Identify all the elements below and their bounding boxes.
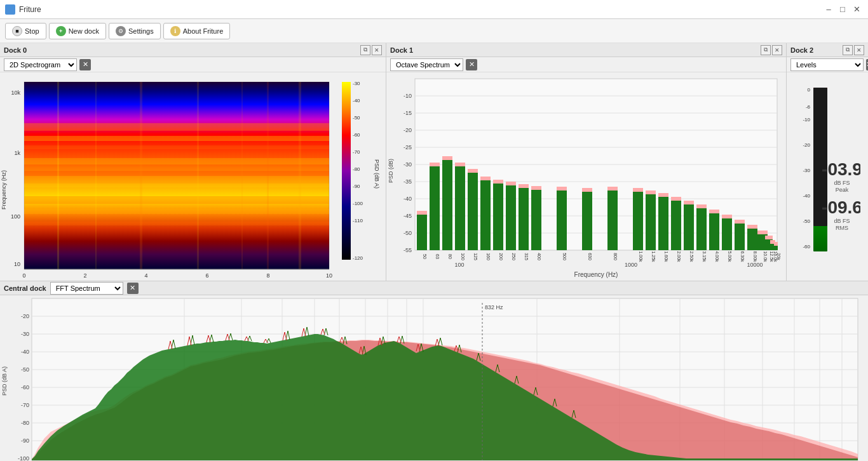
svg-rect-83 [493,184,503,250]
svg-text:125: 125 [473,253,478,260]
app-icon [5,4,15,15]
new-dock-button[interactable]: + New dock [49,23,106,39]
dock1-settings-icon[interactable]: ✕ [466,59,477,70]
svg-text:63: 63 [435,254,440,259]
svg-text:-40: -40 [403,196,412,202]
svg-text:-40: -40 [353,98,360,104]
svg-text:Frequency (Hz): Frequency (Hz) [574,271,618,278]
svg-text:-50: -50 [403,230,412,236]
svg-text:-60: -60 [353,132,360,138]
frequency-marker-label: 832 Hz [485,304,503,311]
dock0-settings-icon[interactable]: ✕ [79,59,91,70]
svg-text:10.0k: 10.0k [763,251,768,262]
svg-rect-126 [722,215,732,218]
maximize-button[interactable]: □ [836,3,849,16]
dock1-restore-button[interactable]: ⧉ [761,45,771,55]
settings-button[interactable]: ⚙ Settings [109,23,161,39]
svg-rect-22 [299,82,301,269]
svg-text:-30: -30 [403,161,412,168]
svg-rect-13 [24,196,329,204]
svg-rect-87 [506,182,516,185]
svg-rect-111 [658,193,668,197]
svg-text:0: 0 [22,272,25,279]
svg-rect-16 [57,82,59,269]
svg-text:8.00k: 8.00k [753,251,757,262]
svg-text:Frequency (Hz): Frequency (Hz) [1,170,7,210]
svg-text:-80: -80 [21,420,29,426]
svg-rect-10 [24,158,329,164]
svg-text:100: 100 [461,253,465,260]
svg-text:6.30k: 6.30k [740,251,745,262]
svg-text:PSD (dB A): PSD (dB A) [1,366,8,396]
svg-text:-100: -100 [18,455,29,461]
svg-rect-68 [430,166,440,250]
svg-rect-129 [735,220,745,224]
new-dock-label: New dock [69,27,99,35]
top-row: Dock 0 ⧉ ✕ 2D Spectrogram FFT Spectrum O… [0,43,868,281]
svg-rect-102 [607,187,618,190]
svg-text:10k: 10k [11,90,20,96]
new-dock-icon: + [56,26,66,36]
svg-text:PSD (dB): PSD (dB) [388,159,394,183]
dock1-close-button[interactable]: ✕ [772,45,782,55]
svg-text:-10: -10 [403,93,412,99]
svg-rect-117 [684,201,694,204]
dock2-close-button[interactable]: ✕ [854,45,864,55]
about-button[interactable]: ℹ About Friture [163,23,231,39]
close-button[interactable]: ✕ [850,3,863,16]
dock0-selector[interactable]: 2D Spectrogram FFT Spectrum Octave Spect… [4,58,77,71]
svg-rect-90 [519,184,529,188]
levels-svg: 0 -6 -10 -20 -30 -40 -50 -60 -03.9 [794,80,860,271]
svg-rect-31 [342,82,351,260]
dock0: Dock 0 ⧉ ✕ 2D Spectrogram FFT Spectrum O… [0,43,386,281]
svg-text:-70: -70 [353,149,360,155]
minimize-button[interactable]: – [822,3,835,16]
svg-text:-10: -10 [803,117,810,123]
svg-text:6: 6 [205,272,208,279]
svg-text:1k: 1k [14,150,20,156]
svg-rect-92 [531,190,541,250]
svg-text:400: 400 [537,253,541,260]
central-dock-title: Central dock [4,284,46,292]
svg-text:dB FS: dB FS [834,180,850,186]
svg-rect-81 [480,177,491,180]
svg-text:-45: -45 [403,213,412,219]
svg-rect-120 [696,204,707,208]
central-dock-selector[interactable]: FFT Spectrum 2D Spectrogram Octave Spect… [50,282,123,295]
svg-text:-50: -50 [803,218,810,224]
svg-text:100: 100 [454,262,464,268]
svg-text:-35: -35 [403,178,412,185]
dock2-selector[interactable]: Levels 2D Spectrogram FFT Spectrum Octav… [790,58,864,71]
bottom-row: Central dock FFT Spectrum 2D Spectrogram… [0,281,868,461]
svg-rect-20 [241,82,243,269]
svg-rect-19 [197,82,199,269]
stop-icon: ■ [12,26,22,36]
main-area: Dock 0 ⧉ ✕ 2D Spectrogram FFT Spectrum O… [0,43,868,461]
svg-text:-100: -100 [353,201,363,206]
dock0-restore-button[interactable]: ⧉ [360,45,370,55]
svg-rect-135 [757,230,768,234]
svg-rect-14 [24,209,329,214]
dock1-selector[interactable]: Octave Spectrum 2D Spectrogram FFT Spect… [390,58,463,71]
svg-rect-122 [709,213,719,250]
svg-rect-138 [765,236,773,239]
dock2-restore-button[interactable]: ⧉ [843,45,853,55]
stop-button[interactable]: ■ Stop [5,23,46,39]
svg-text:10: 10 [14,261,20,267]
svg-rect-107 [646,194,656,250]
about-icon: ℹ [170,26,180,36]
svg-rect-123 [709,210,719,213]
svg-text:-20: -20 [803,142,810,148]
svg-text:-90: -90 [21,438,29,444]
svg-text:dB FS: dB FS [834,218,850,224]
svg-text:315: 315 [524,253,529,260]
svg-text:-20: -20 [403,127,412,133]
central-dock-settings-icon[interactable]: ✕ [127,283,139,294]
about-label: About Friture [183,27,224,35]
titlebar-controls: – □ ✕ [822,3,863,16]
levels-display: 0 -6 -10 -20 -30 -40 -50 -60 -03.9 [792,77,863,276]
dock2-header: Dock 2 ⧉ ✕ [787,43,868,57]
dock0-close-button[interactable]: ✕ [372,45,382,55]
svg-text:RMS: RMS [836,225,848,231]
svg-text:100: 100 [11,213,20,220]
